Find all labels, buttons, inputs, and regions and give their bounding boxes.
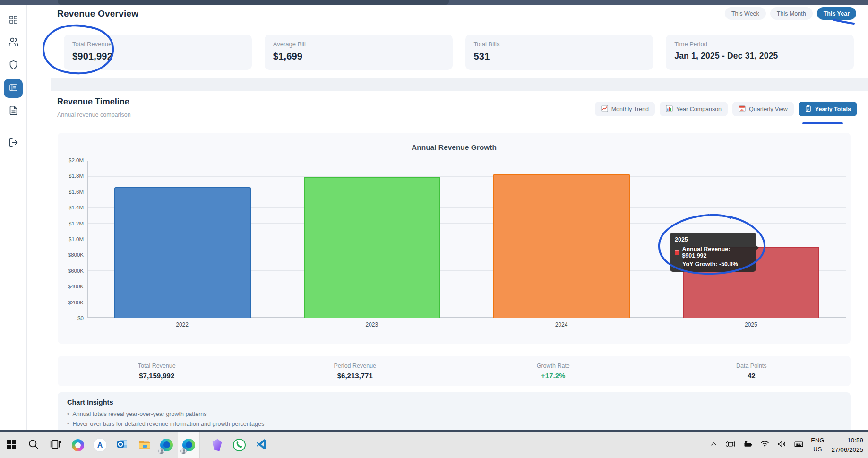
- shield-icon: [9, 60, 18, 72]
- y-tick: $0: [77, 315, 84, 321]
- stat-label: Total Bills: [474, 41, 645, 48]
- tray-cast-icon[interactable]: [726, 439, 736, 451]
- users-icon: [9, 37, 18, 49]
- insights-title: Chart Insights: [67, 398, 841, 406]
- logout-icon: [9, 138, 18, 149]
- line-chart-icon: [601, 105, 608, 113]
- this-month-button[interactable]: This Month: [770, 7, 813, 20]
- stat-value: Jan 1, 2025 - Dec 31, 2025: [674, 51, 845, 61]
- file-explorer-button[interactable]: [133, 432, 155, 458]
- x-tick: 2022: [87, 321, 277, 328]
- tray-chevron-up-icon[interactable]: [709, 439, 719, 451]
- svg-text:31: 31: [740, 108, 744, 111]
- x-tick: 2024: [467, 321, 656, 328]
- task-view-button[interactable]: [44, 432, 67, 458]
- summary-stats-row: Total Revenue $7,159,992 Period Revenue …: [58, 356, 851, 386]
- time-period-card: Time Period Jan 1, 2025 - Dec 31, 2025: [666, 35, 854, 70]
- bar-chart-icon: [666, 105, 673, 113]
- sidebar-item-security[interactable]: [4, 56, 23, 75]
- copilot-button[interactable]: [67, 432, 89, 458]
- sidebar: [0, 5, 27, 430]
- billing-journal-icon: [9, 83, 18, 95]
- taskbar-search-button[interactable]: [22, 432, 44, 458]
- quarterly-view-button[interactable]: 31 Quarterly View: [732, 102, 794, 116]
- y-tick: $600K: [68, 268, 84, 274]
- tray-wifi-icon[interactable]: [760, 439, 770, 451]
- system-tray: ENG US 10:59 27/06/2025: [709, 432, 868, 458]
- document-icon: [9, 105, 18, 117]
- tray-volume-icon[interactable]: [777, 439, 787, 451]
- tray-battery-icon[interactable]: [743, 439, 753, 451]
- tooltip-caret: [756, 245, 759, 251]
- vscode-button[interactable]: [250, 432, 273, 458]
- chart-tooltip: 2025 Annual Revenue: $901,992 YoY Growth…: [670, 233, 756, 272]
- obsidian-gem-icon: [212, 439, 223, 451]
- insight-text: Annual totals reveal year-over-year grow…: [72, 411, 206, 417]
- summary-value: +17.2%: [454, 372, 653, 380]
- tooltip-marker: [675, 250, 679, 255]
- y-tick: $1.6M: [69, 189, 84, 195]
- whatsapp-button[interactable]: [228, 432, 250, 458]
- taskbar-separator: [203, 436, 203, 454]
- y-tick: $400K: [68, 284, 84, 289]
- insight-text: Hover over bars for detailed revenue inf…: [72, 421, 264, 427]
- y-tick: $1.2M: [69, 221, 84, 226]
- annotation-underline-yearly-totals: [803, 123, 842, 123]
- period-filter-group: This Week This Month This Year: [725, 7, 856, 20]
- view-button-label: Monthly Trend: [611, 106, 649, 112]
- tooltip-revenue: Annual Revenue: $901,992: [682, 246, 751, 259]
- sidebar-item-logout[interactable]: [4, 134, 23, 153]
- summary-data-points: Data Points 42: [653, 363, 851, 380]
- y-tick: $800K: [68, 252, 84, 258]
- sidebar-item-users[interactable]: [4, 33, 23, 52]
- insight-item: •Annual totals reveal year-over-year gro…: [67, 411, 841, 417]
- timeline-title: Revenue Timeline: [57, 97, 129, 107]
- edge-button[interactable]: [155, 432, 178, 458]
- y-tick: $1.4M: [69, 205, 84, 210]
- summary-total-revenue: Total Revenue $7,159,992: [58, 363, 256, 380]
- insight-item: •Hover over bars for detailed revenue in…: [67, 421, 841, 427]
- edge-active-button[interactable]: [178, 432, 200, 458]
- chart-insights-card: Chart Insights •Annual totals reveal yea…: [58, 392, 851, 433]
- view-button-label: Quarterly View: [749, 106, 788, 112]
- bar-2023[interactable]: [304, 177, 440, 318]
- start-button[interactable]: [0, 432, 22, 458]
- bar-2024[interactable]: [493, 174, 630, 318]
- bar-2022[interactable]: [114, 187, 251, 318]
- profile-badge-icon: [180, 448, 187, 454]
- outlook-button[interactable]: [111, 432, 133, 458]
- summary-value: $6,213,771: [256, 372, 455, 380]
- yearly-totals-button[interactable]: Yearly Totals: [799, 102, 857, 116]
- chart-title: Annual Revenue Growth: [58, 143, 851, 152]
- profile-badge-icon: [158, 448, 164, 454]
- sidebar-item-dashboard[interactable]: [4, 11, 23, 30]
- sidebar-item-billing[interactable]: [4, 79, 23, 98]
- region-code: US: [811, 445, 824, 454]
- summary-label: Total Revenue: [58, 363, 256, 369]
- summary-label: Data Points: [653, 363, 851, 369]
- header-divider: [50, 25, 868, 25]
- file-explorer-icon: [138, 438, 151, 452]
- this-week-button[interactable]: This Week: [725, 7, 766, 20]
- search-icon: [27, 438, 40, 452]
- browser-tab-edge: [58, 0, 449, 5]
- this-year-button[interactable]: This Year: [817, 7, 856, 20]
- obsidian-button[interactable]: [206, 432, 228, 458]
- monthly-trend-button[interactable]: Monthly Trend: [595, 102, 655, 116]
- tooltip-year: 2025: [675, 236, 751, 243]
- year-comparison-button[interactable]: Year Comparison: [660, 102, 728, 116]
- language-indicator[interactable]: ENG US: [811, 436, 824, 454]
- chart-view-buttons: Monthly Trend Year Comparison 31 Quarter…: [595, 102, 857, 116]
- y-tick: $1.8M: [69, 173, 84, 179]
- view-button-label: Yearly Totals: [815, 106, 851, 112]
- x-axis-labels: 2022 2023 2024 2025: [87, 321, 846, 328]
- sidebar-item-documents[interactable]: [4, 102, 23, 121]
- clock[interactable]: 10:59 27/06/2025: [831, 436, 863, 454]
- timeline-subtitle: Annual revenue comparison: [57, 112, 131, 118]
- stat-value: $901,992: [72, 51, 243, 62]
- total-revenue-card: Total Revenue $901,992: [64, 35, 252, 70]
- section-divider-band: [51, 78, 868, 91]
- app-a-button[interactable]: A: [89, 432, 111, 458]
- y-tick: $2.0M: [69, 157, 84, 163]
- tray-touch-keyboard-icon[interactable]: [794, 439, 804, 451]
